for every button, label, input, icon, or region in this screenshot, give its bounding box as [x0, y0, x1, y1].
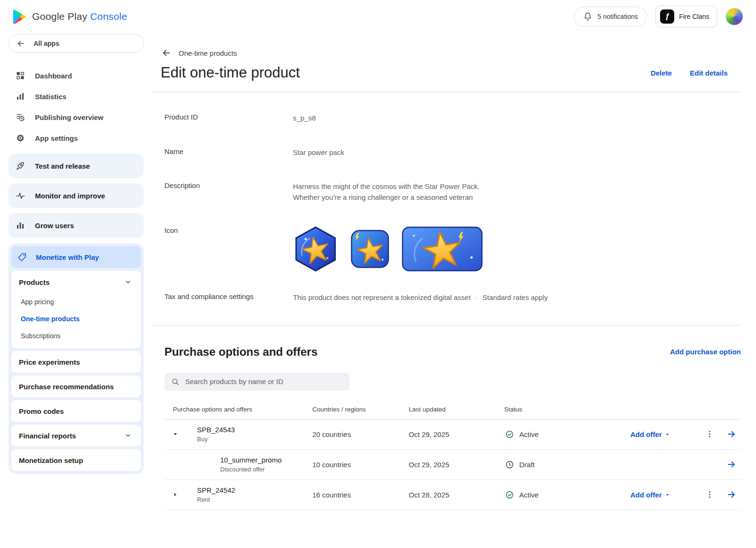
play-logo-icon: [12, 9, 26, 25]
sidebar-item-label: Statistics: [35, 93, 67, 101]
arrow-right-icon: [727, 460, 736, 469]
tax-text-1: This product does not represent a tokeni…: [293, 292, 471, 303]
all-apps-button[interactable]: All apps: [9, 34, 144, 53]
sidebar-item-label: Dashboard: [35, 72, 72, 80]
breadcrumb-back-button[interactable]: [161, 47, 172, 59]
caret-down-icon: [172, 431, 179, 437]
brand-text: Google Play Console: [32, 11, 127, 22]
sidebar-item-app-settings[interactable]: ⚙ App settings: [9, 128, 144, 148]
last-updated-cell: Oct 29, 2025: [409, 461, 504, 469]
star-hexagon-badge: [293, 226, 338, 272]
sidebar-item-grow-users[interactable]: Grow users: [9, 213, 144, 238]
sidebar-item-label: Test and release: [35, 162, 90, 170]
column-header: Status: [504, 406, 630, 413]
tax-text-2: Standard rates apply: [482, 292, 548, 303]
sidebar-item-price-experiments[interactable]: Price experiments: [11, 351, 141, 373]
purchase-options-table: Purchase options and offers Countries / …: [164, 406, 741, 510]
last-updated-cell: Oct 29, 2025: [409, 430, 504, 438]
star-square-badge: [351, 230, 389, 268]
search-input[interactable]: [185, 377, 344, 385]
price-tag-icon: [17, 252, 27, 262]
products-group-label: Products: [19, 278, 50, 286]
status-badge: Active: [519, 491, 539, 499]
sidebar-item-monetization-setup[interactable]: Monetization setup: [11, 449, 141, 471]
sidebar: All apps Dashboard Statistics Publishing…: [0, 33, 152, 548]
sidebar-item-statistics[interactable]: Statistics: [9, 86, 144, 107]
table-row-child: 10_summer_promo Discounted offer 10 coun…: [164, 450, 741, 480]
edit-details-button[interactable]: Edit details: [690, 69, 728, 77]
field-value: Star power pack: [293, 147, 741, 158]
back-arrow-icon: [162, 48, 171, 58]
sidebar-item-monetize-with-play[interactable]: Monetize with Play: [11, 246, 141, 268]
dashboard-icon: [15, 70, 26, 81]
chevron-down-icon: [123, 430, 133, 441]
sidebar-item-label: Monitor and improve: [35, 192, 105, 200]
column-header: Purchase options and offers: [164, 406, 312, 413]
sidebar-item-promo-codes[interactable]: Promo codes: [11, 400, 141, 422]
countries-cell: 20 countries: [312, 430, 409, 438]
purchase-option-type: Rent: [197, 496, 312, 503]
expand-row-button[interactable]: [164, 491, 186, 498]
delete-button[interactable]: Delete: [651, 69, 672, 77]
description-line-2: Whether you're a rising challenger or a …: [293, 192, 741, 203]
bell-icon: [583, 11, 593, 22]
field-label: Description: [164, 181, 293, 189]
sidebar-item-monitor-and-improve[interactable]: Monitor and improve: [9, 183, 144, 208]
sidebar-item-test-and-release[interactable]: Test and release: [9, 154, 144, 178]
all-apps-label: All apps: [34, 40, 59, 47]
back-arrow-icon: [16, 38, 26, 49]
products-group-toggle[interactable]: Products: [11, 271, 141, 293]
open-row-button[interactable]: [722, 429, 741, 439]
caret-down-icon: [664, 431, 670, 437]
google-play-console-logo[interactable]: Google Play Console: [12, 9, 127, 25]
page-title: Edit one-time product: [161, 64, 300, 81]
growth-icon: [15, 220, 26, 231]
field-label: Product ID: [164, 113, 293, 121]
chevron-down-icon: [123, 277, 133, 287]
notifications-label: 5 notifications: [598, 13, 638, 20]
top-bar: Google Play Console 5 notifications ƒ Fi…: [0, 0, 756, 33]
arrow-right-icon: [727, 429, 736, 439]
pulse-icon: [15, 190, 26, 201]
description-line-1: Harness the might of the cosmos with the…: [293, 181, 741, 192]
brand-console: Console: [90, 11, 127, 22]
sidebar-item-purchase-recommendations[interactable]: Purchase recommendations: [11, 376, 141, 397]
status-cell: Draft: [504, 459, 630, 470]
notifications-button[interactable]: 5 notifications: [574, 7, 647, 26]
caret-down-icon: [664, 492, 670, 498]
row-menu-button[interactable]: [697, 430, 722, 438]
table-header-row: Purchase options and offers Countries / …: [164, 406, 741, 420]
title-row: Edit one-time product Delete Edit detail…: [152, 59, 741, 92]
add-purchase-option-button[interactable]: Add purchase option: [670, 348, 741, 356]
row-menu-button[interactable]: [697, 490, 722, 499]
open-row-button[interactable]: [722, 490, 741, 499]
add-offer-button[interactable]: Add offer: [630, 491, 697, 499]
search-icon: [170, 377, 180, 387]
purchase-options-section: Purchase options and offers Add purchase…: [152, 345, 741, 529]
collapse-row-button[interactable]: [164, 431, 186, 437]
sidebar-item-label: Grow users: [35, 222, 74, 230]
fire-clans-app-icon: ƒ: [660, 9, 674, 24]
gear-icon: ⚙: [15, 133, 26, 143]
monetize-section: Monetize with Play Products App pricing …: [9, 243, 144, 474]
sidebar-item-one-time-products[interactable]: One-time products: [11, 310, 141, 327]
sidebar-item-app-pricing[interactable]: App pricing: [11, 293, 141, 310]
add-offer-button[interactable]: Add offer: [630, 430, 697, 438]
draft-clock-icon: [504, 459, 515, 470]
sidebar-item-publishing-overview[interactable]: Publishing overview: [9, 107, 144, 128]
arrow-right-icon: [727, 490, 736, 499]
status-badge: Draft: [519, 461, 535, 469]
account-avatar[interactable]: [726, 8, 743, 25]
sidebar-item-subscriptions[interactable]: Subscriptions: [11, 327, 141, 344]
sidebar-item-financial-reports[interactable]: Financial reports: [11, 425, 141, 446]
breadcrumb[interactable]: One-time products: [179, 49, 237, 57]
open-row-button[interactable]: [722, 460, 741, 469]
app-switcher-button[interactable]: ƒ Fire Clans: [655, 6, 717, 27]
offer-type: Discounted offer: [220, 466, 312, 473]
title-actions: Delete Edit details: [651, 69, 728, 77]
sidebar-item-dashboard[interactable]: Dashboard: [9, 65, 144, 86]
status-cell: Active: [504, 489, 630, 500]
field-label: Name: [164, 147, 293, 155]
search-box[interactable]: [164, 373, 350, 391]
purchase-option-id: SPB_24543: [197, 426, 312, 434]
